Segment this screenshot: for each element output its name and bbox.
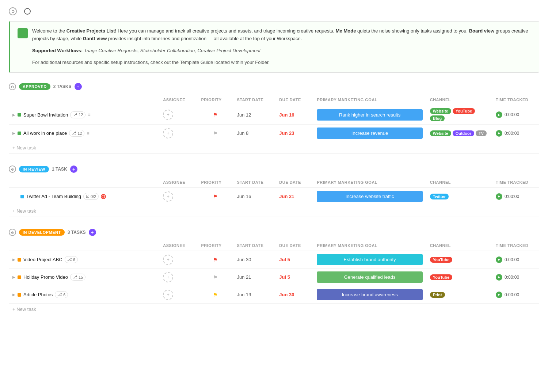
goal-label[interactable]: Increase brand awareness <box>317 289 422 300</box>
add-task-icon-in-review[interactable]: + <box>70 165 77 173</box>
subtask-badge[interactable]: ⎇12 <box>70 111 85 118</box>
priority-flag[interactable]: ⚑ <box>213 257 218 263</box>
assignee-avatar[interactable]: + <box>163 128 173 138</box>
section-collapse-in-review[interactable]: ⊙ <box>9 165 16 173</box>
list-icon[interactable]: ≡ <box>88 112 90 117</box>
time-play-button[interactable]: ▶ <box>496 274 502 281</box>
col-header-assignee: ASSIGNEE <box>159 177 197 188</box>
expand-arrow[interactable]: ▶ <box>12 131 15 135</box>
section-collapse-in-development[interactable]: ⊙ <box>9 229 16 236</box>
new-task-label[interactable]: + New task <box>9 304 539 315</box>
new-task-row[interactable]: + New task <box>9 205 539 217</box>
assignee-avatar[interactable]: + <box>163 290 173 300</box>
task-table-in-development: ASSIGNEEPRIORITYSTART DATEDUE DATEPRIMAR… <box>9 240 539 315</box>
list-icon[interactable]: ≡ <box>87 131 89 136</box>
time-cell: ▶0:00:00 <box>492 105 539 125</box>
channel-tag[interactable]: Print <box>430 292 445 298</box>
channel-tag[interactable]: YouTube <box>430 274 452 280</box>
new-task-label[interactable]: + New task <box>9 205 539 217</box>
goal-label[interactable]: Increase revenue <box>317 128 422 139</box>
subtask-badge[interactable]: ⎇6 <box>55 291 68 298</box>
assignee-avatar[interactable]: + <box>163 255 173 265</box>
channel-tag[interactable]: TV <box>476 130 487 136</box>
status-badge-in-development: IN DEVELOPMENT <box>19 229 65 236</box>
time-play-button[interactable]: ▶ <box>496 256 502 263</box>
col-header-time-tracked: TIME TRACKED <box>492 95 539 105</box>
goal-cell[interactable]: Generate qualified leads <box>313 269 426 286</box>
subtask-badge[interactable]: ⎇15 <box>70 274 85 281</box>
goal-cell[interactable]: Increase website traffic <box>313 188 426 205</box>
desc-bold2: Me Mode <box>336 28 356 34</box>
channel-tags: WebsiteYouTubeBlog <box>430 108 488 121</box>
new-task-label[interactable]: + New task <box>9 142 539 154</box>
add-task-icon-approved[interactable]: + <box>75 83 82 90</box>
channel-cell: Twitter <box>426 188 492 205</box>
goal-label[interactable]: Generate qualified leads <box>317 271 422 283</box>
time-play-button[interactable]: ▶ <box>496 130 502 137</box>
expand-arrow[interactable]: ▶ <box>12 293 15 297</box>
start-date-cell: Jun 12 <box>233 105 275 125</box>
checklist-badge[interactable]: ☑0/2 <box>83 193 99 200</box>
time-cell: ▶0:00:00 <box>492 188 539 205</box>
assignee-cell: + <box>159 286 197 304</box>
channel-tag[interactable]: Outdoor <box>453 130 474 136</box>
col-header-due-date: DUE DATE <box>275 177 313 188</box>
assignee-cell: + <box>159 269 197 286</box>
channel-tag[interactable]: YouTube <box>430 257 452 263</box>
expand-arrow[interactable]: ▶ <box>12 258 15 262</box>
new-task-row[interactable]: + New task <box>9 142 539 154</box>
subtask-badge[interactable]: ⎇6 <box>65 256 78 263</box>
channel-tag[interactable]: Twitter <box>430 194 449 199</box>
desc-footer: For additional resources and specific se… <box>32 59 532 66</box>
time-value: 0:00:00 <box>505 275 519 280</box>
add-task-icon-in-development[interactable]: + <box>89 229 96 236</box>
assignee-avatar[interactable]: + <box>163 110 173 120</box>
col-header-due-date: DUE DATE <box>275 240 313 251</box>
time-play-button[interactable]: ▶ <box>496 193 502 200</box>
channel-tag[interactable]: YouTube <box>453 108 475 114</box>
section-collapse-approved[interactable]: ⊙ <box>9 83 16 90</box>
time-play-button[interactable]: ▶ <box>496 292 502 298</box>
expand-arrow[interactable]: ▶ <box>12 113 15 117</box>
subtask-icon: ⎇ <box>72 131 76 136</box>
expand-arrow[interactable]: ▶ <box>12 275 15 279</box>
desc-text1: Welcome to the <box>32 28 66 34</box>
col-header-time-tracked: TIME TRACKED <box>492 177 539 188</box>
subtask-badge[interactable]: ⎇12 <box>69 130 84 137</box>
channel-tag[interactable]: Website <box>430 108 451 114</box>
assignee-plus-icon: + <box>167 292 170 297</box>
new-task-row[interactable]: + New task <box>9 304 539 315</box>
time-value: 0:00:00 <box>505 292 519 297</box>
priority-cell: ⚑ <box>198 125 233 142</box>
goal-cell[interactable]: Rank higher in search results <box>313 105 426 125</box>
assignee-avatar[interactable]: + <box>163 272 173 282</box>
channel-tag[interactable]: Blog <box>430 115 445 121</box>
task-name-label: Video Project ABC <box>23 257 62 262</box>
checklist-count: 0/2 <box>91 194 96 199</box>
priority-flag[interactable]: ⚑ <box>213 194 218 199</box>
priority-flag[interactable]: ⚑ <box>213 274 218 280</box>
priority-flag[interactable]: ⚑ <box>213 292 218 298</box>
channel-tag[interactable]: Website <box>430 130 451 136</box>
goal-label[interactable]: Increase website traffic <box>317 191 422 202</box>
channel-tags: WebsiteOutdoorTV <box>430 130 488 136</box>
due-date-cell: Jun 16 <box>275 105 313 125</box>
start-date-cell: Jun 19 <box>233 286 275 304</box>
subtask-count: 6 <box>73 258 75 262</box>
priority-cell: ⚑ <box>198 286 233 304</box>
goal-label[interactable]: Rank higher in search results <box>317 109 422 121</box>
goal-cell[interactable]: Increase brand awareness <box>313 286 426 304</box>
goal-label[interactable]: Establish brand authority <box>317 254 422 265</box>
sections-container: ⊙ APPROVED 2 TASKS + ASSIGNEEPRIORITYSTA… <box>9 83 539 315</box>
desc-text2: ! Here you can manage and track all crea… <box>115 28 336 34</box>
main-page: ⊙ Welcome to the Creative Projects List!… <box>0 0 548 334</box>
time-play-button[interactable]: ▶ <box>496 111 502 118</box>
stop-icon[interactable] <box>101 194 106 199</box>
collapse-button[interactable]: ⊙ <box>9 7 17 15</box>
priority-flag[interactable]: ⚑ <box>213 130 218 136</box>
priority-flag[interactable]: ⚑ <box>213 112 218 118</box>
goal-cell[interactable]: Increase revenue <box>313 125 426 142</box>
goal-cell[interactable]: Establish brand authority <box>313 251 426 269</box>
info-icon[interactable] <box>24 8 31 15</box>
assignee-avatar[interactable]: + <box>163 191 173 202</box>
